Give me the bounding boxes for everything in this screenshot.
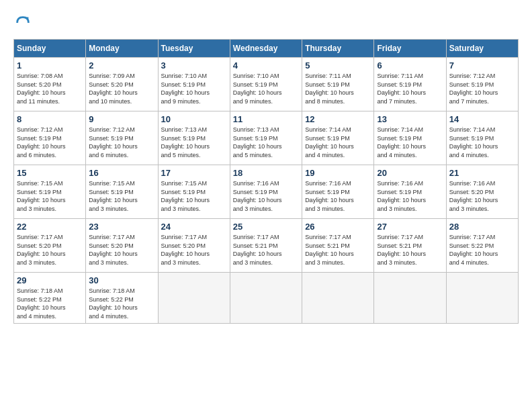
day-info: Sunrise: 7:12 AM Sunset: 5:19 PM Dayligh…	[17, 126, 83, 159]
logo-icon	[13, 13, 32, 32]
day-info: Sunrise: 7:16 AM Sunset: 5:20 PM Dayligh…	[449, 179, 515, 213]
day-info: Sunrise: 7:17 AM Sunset: 5:21 PM Dayligh…	[233, 233, 299, 267]
calendar-cell	[158, 273, 230, 324]
calendar-cell: 14Sunrise: 7:14 AM Sunset: 5:19 PM Dayli…	[446, 111, 518, 165]
calendar-cell: 10Sunrise: 7:13 AM Sunset: 5:19 PM Dayli…	[158, 111, 230, 165]
day-info: Sunrise: 7:11 AM Sunset: 5:19 PM Dayligh…	[377, 72, 443, 105]
day-info: Sunrise: 7:10 AM Sunset: 5:19 PM Dayligh…	[161, 72, 227, 105]
calendar-row: 8Sunrise: 7:12 AM Sunset: 5:19 PM Daylig…	[14, 111, 519, 165]
day-number: 5	[305, 60, 371, 71]
day-number: 13	[377, 114, 443, 124]
day-info: Sunrise: 7:09 AM Sunset: 5:20 PM Dayligh…	[89, 72, 154, 105]
day-info: Sunrise: 7:17 AM Sunset: 5:20 PM Dayligh…	[161, 233, 227, 267]
calendar-cell: 22Sunrise: 7:17 AM Sunset: 5:20 PM Dayli…	[14, 219, 86, 273]
calendar-cell: 24Sunrise: 7:17 AM Sunset: 5:20 PM Dayli…	[158, 219, 230, 273]
day-info: Sunrise: 7:17 AM Sunset: 5:22 PM Dayligh…	[449, 233, 515, 267]
calendar-cell: 7Sunrise: 7:12 AM Sunset: 5:19 PM Daylig…	[446, 58, 518, 111]
day-number: 27	[377, 222, 443, 232]
day-info: Sunrise: 7:17 AM Sunset: 5:20 PM Dayligh…	[89, 233, 154, 267]
day-number: 26	[305, 222, 371, 232]
calendar-cell: 15Sunrise: 7:15 AM Sunset: 5:19 PM Dayli…	[14, 165, 86, 219]
day-info: Sunrise: 7:16 AM Sunset: 5:19 PM Dayligh…	[233, 179, 299, 213]
day-info: Sunrise: 7:17 AM Sunset: 5:21 PM Dayligh…	[377, 233, 443, 267]
calendar-header-cell: Sunday	[14, 40, 86, 58]
day-number: 30	[89, 275, 154, 285]
calendar-cell: 25Sunrise: 7:17 AM Sunset: 5:21 PM Dayli…	[230, 219, 302, 273]
calendar-cell: 19Sunrise: 7:16 AM Sunset: 5:19 PM Dayli…	[302, 165, 374, 219]
day-number: 25	[233, 222, 299, 232]
calendar-header-cell: Saturday	[446, 40, 518, 58]
day-number: 10	[161, 114, 227, 124]
day-number: 4	[233, 60, 299, 71]
day-info: Sunrise: 7:16 AM Sunset: 5:19 PM Dayligh…	[377, 179, 443, 213]
calendar-header-cell: Friday	[374, 40, 446, 58]
calendar-cell: 30Sunrise: 7:18 AM Sunset: 5:22 PM Dayli…	[86, 273, 158, 324]
day-number: 24	[161, 222, 227, 232]
day-info: Sunrise: 7:12 AM Sunset: 5:19 PM Dayligh…	[89, 126, 154, 159]
day-number: 11	[233, 114, 299, 124]
day-number: 9	[89, 114, 154, 124]
calendar-header: SundayMondayTuesdayWednesdayThursdayFrid…	[14, 40, 519, 58]
day-info: Sunrise: 7:12 AM Sunset: 5:19 PM Dayligh…	[449, 72, 515, 105]
calendar-body: 1Sunrise: 7:08 AM Sunset: 5:20 PM Daylig…	[14, 58, 519, 324]
calendar-row: 1Sunrise: 7:08 AM Sunset: 5:20 PM Daylig…	[14, 58, 519, 111]
day-number: 8	[17, 114, 83, 124]
calendar-cell: 11Sunrise: 7:13 AM Sunset: 5:19 PM Dayli…	[230, 111, 302, 165]
calendar-cell	[374, 273, 446, 324]
day-info: Sunrise: 7:11 AM Sunset: 5:19 PM Dayligh…	[305, 72, 371, 105]
day-info: Sunrise: 7:15 AM Sunset: 5:19 PM Dayligh…	[161, 179, 227, 213]
day-info: Sunrise: 7:13 AM Sunset: 5:19 PM Dayligh…	[233, 126, 299, 159]
day-number: 15	[17, 168, 83, 178]
calendar-cell	[230, 273, 302, 324]
calendar-header-cell: Wednesday	[230, 40, 302, 58]
calendar-cell	[302, 273, 374, 324]
day-info: Sunrise: 7:18 AM Sunset: 5:22 PM Dayligh…	[17, 287, 83, 320]
day-info: Sunrise: 7:14 AM Sunset: 5:19 PM Dayligh…	[377, 126, 443, 159]
day-info: Sunrise: 7:10 AM Sunset: 5:19 PM Dayligh…	[233, 72, 299, 105]
day-info: Sunrise: 7:17 AM Sunset: 5:20 PM Dayligh…	[17, 233, 83, 267]
calendar-cell: 20Sunrise: 7:16 AM Sunset: 5:19 PM Dayli…	[374, 165, 446, 219]
day-number: 16	[89, 168, 154, 178]
calendar-row: 22Sunrise: 7:17 AM Sunset: 5:20 PM Dayli…	[14, 219, 519, 273]
calendar-cell: 21Sunrise: 7:16 AM Sunset: 5:20 PM Dayli…	[446, 165, 518, 219]
calendar-cell: 6Sunrise: 7:11 AM Sunset: 5:19 PM Daylig…	[374, 58, 446, 111]
calendar-header-cell: Tuesday	[158, 40, 230, 58]
calendar-row: 15Sunrise: 7:15 AM Sunset: 5:19 PM Dayli…	[14, 165, 519, 219]
calendar-cell: 2Sunrise: 7:09 AM Sunset: 5:20 PM Daylig…	[86, 58, 158, 111]
day-number: 21	[449, 168, 515, 178]
day-number: 20	[377, 168, 443, 178]
calendar-cell: 4Sunrise: 7:10 AM Sunset: 5:19 PM Daylig…	[230, 58, 302, 111]
calendar-cell: 28Sunrise: 7:17 AM Sunset: 5:22 PM Dayli…	[446, 219, 518, 273]
calendar-cell	[446, 273, 518, 324]
calendar-cell: 5Sunrise: 7:11 AM Sunset: 5:19 PM Daylig…	[302, 58, 374, 111]
day-number: 7	[449, 60, 515, 71]
day-number: 19	[305, 168, 371, 178]
day-number: 1	[17, 60, 83, 71]
calendar-header-cell: Thursday	[302, 40, 374, 58]
calendar-cell: 18Sunrise: 7:16 AM Sunset: 5:19 PM Dayli…	[230, 165, 302, 219]
day-number: 23	[89, 222, 154, 232]
calendar-cell: 26Sunrise: 7:17 AM Sunset: 5:21 PM Dayli…	[302, 219, 374, 273]
calendar-cell: 3Sunrise: 7:10 AM Sunset: 5:19 PM Daylig…	[158, 58, 230, 111]
calendar-cell: 23Sunrise: 7:17 AM Sunset: 5:20 PM Dayli…	[86, 219, 158, 273]
day-number: 3	[161, 60, 227, 71]
calendar-cell: 17Sunrise: 7:15 AM Sunset: 5:19 PM Dayli…	[158, 165, 230, 219]
logo	[13, 13, 35, 32]
day-number: 29	[17, 275, 83, 285]
day-info: Sunrise: 7:14 AM Sunset: 5:19 PM Dayligh…	[305, 126, 371, 159]
calendar-cell: 12Sunrise: 7:14 AM Sunset: 5:19 PM Dayli…	[302, 111, 374, 165]
calendar-cell: 16Sunrise: 7:15 AM Sunset: 5:19 PM Dayli…	[86, 165, 158, 219]
day-number: 22	[17, 222, 83, 232]
day-info: Sunrise: 7:15 AM Sunset: 5:19 PM Dayligh…	[17, 179, 83, 213]
day-number: 28	[449, 222, 515, 232]
day-number: 12	[305, 114, 371, 124]
day-number: 17	[161, 168, 227, 178]
day-number: 2	[89, 60, 154, 71]
calendar-cell: 27Sunrise: 7:17 AM Sunset: 5:21 PM Dayli…	[374, 219, 446, 273]
day-info: Sunrise: 7:16 AM Sunset: 5:19 PM Dayligh…	[305, 179, 371, 213]
calendar-cell: 9Sunrise: 7:12 AM Sunset: 5:19 PM Daylig…	[86, 111, 158, 165]
day-number: 6	[377, 60, 443, 71]
day-number: 18	[233, 168, 299, 178]
calendar-cell: 29Sunrise: 7:18 AM Sunset: 5:22 PM Dayli…	[14, 273, 86, 324]
calendar-cell: 1Sunrise: 7:08 AM Sunset: 5:20 PM Daylig…	[14, 58, 86, 111]
